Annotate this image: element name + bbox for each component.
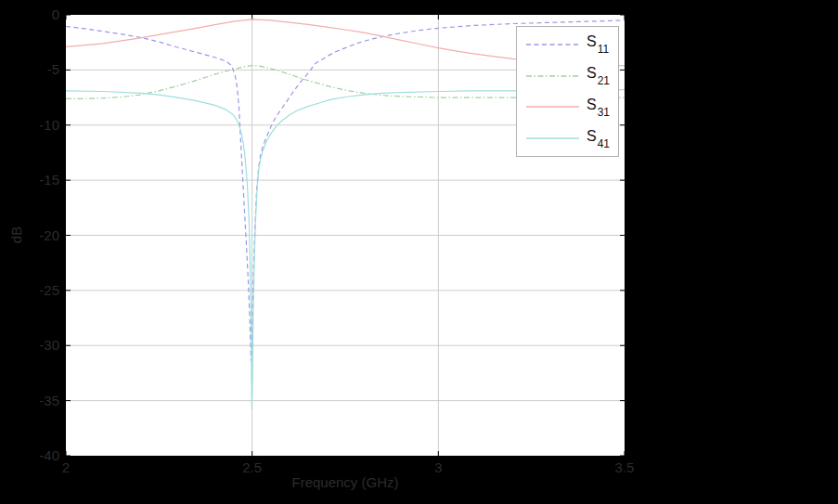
legend-line-sample-s41	[526, 135, 579, 142]
legend-line-sample-s21	[526, 72, 579, 80]
legend-entry-s11: S11	[517, 34, 618, 54]
y-axis-label: dB	[8, 226, 24, 243]
y-tick-label--35: -35	[0, 393, 59, 408]
x-tick-label-2.5: 2.5	[225, 459, 280, 475]
plot-area: S11S21S31S41	[65, 14, 625, 457]
legend-label-s41: S41	[587, 129, 609, 149]
y-tick-label--15: -15	[0, 172, 59, 187]
legend-label-s11: S11	[587, 34, 608, 54]
legend-entry-s41: S41	[517, 129, 618, 149]
legend-line-sample-s31	[526, 103, 579, 110]
y-tick-label--5: -5	[0, 61, 59, 77]
x-tick-label-3: 3	[410, 459, 466, 475]
legend: S11S21S31S41	[516, 26, 619, 157]
y-tick-label--25: -25	[0, 282, 59, 298]
x-tick-label-3.5: 3.5	[597, 459, 652, 475]
legend-label-s31: S31	[587, 97, 609, 117]
s-parameter-figure: S11S21S31S41 0-5-10-15-20-25-30-35-40 22…	[0, 0, 838, 504]
legend-line-sample-s11	[526, 41, 579, 48]
x-tick-label-2: 2	[38, 459, 94, 475]
legend-entry-s21: S21	[517, 66, 618, 85]
x-axis-label: Frequency (GHz)	[66, 474, 625, 490]
y-tick-label--30: -30	[0, 337, 59, 353]
legend-entry-s31: S31	[517, 97, 618, 117]
y-tick-label--10: -10	[0, 117, 59, 133]
legend-label-s21: S21	[587, 66, 609, 85]
y-tick-label-0: 0	[0, 6, 59, 22]
